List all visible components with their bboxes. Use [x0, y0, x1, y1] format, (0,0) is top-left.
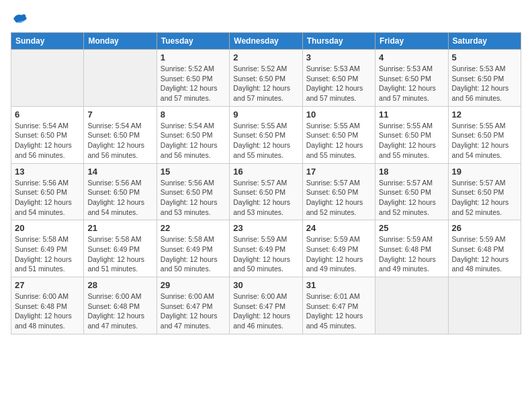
day-number: 11 — [379, 109, 444, 120]
day-info: Sunrise: 5:55 AM Sunset: 6:50 PM Dayligh… — [379, 121, 444, 161]
day-number: 25 — [379, 223, 444, 233]
day-cell: 7Sunrise: 5:54 AM Sunset: 6:50 PM Daylig… — [84, 106, 157, 163]
day-info: Sunrise: 5:58 AM Sunset: 6:49 PM Dayligh… — [161, 234, 226, 274]
day-number: 13 — [15, 167, 80, 177]
day-cell: 14Sunrise: 5:56 AM Sunset: 6:50 PM Dayli… — [84, 163, 157, 220]
day-number: 27 — [15, 280, 80, 290]
day-number: 10 — [306, 109, 371, 120]
day-info: Sunrise: 5:53 AM Sunset: 6:50 PM Dayligh… — [306, 64, 371, 103]
day-cell: 20Sunrise: 5:58 AM Sunset: 6:49 PM Dayli… — [11, 220, 84, 277]
day-number: 23 — [233, 223, 298, 233]
day-number: 4 — [379, 52, 444, 62]
day-info: Sunrise: 5:56 AM Sunset: 6:50 PM Dayligh… — [161, 178, 226, 218]
day-info: Sunrise: 5:58 AM Sunset: 6:49 PM Dayligh… — [15, 234, 80, 274]
day-info: Sunrise: 5:58 AM Sunset: 6:49 PM Dayligh… — [87, 234, 152, 274]
week-row-3: 13Sunrise: 5:56 AM Sunset: 6:50 PM Dayli… — [11, 163, 521, 220]
week-row-5: 27Sunrise: 6:00 AM Sunset: 6:48 PM Dayli… — [11, 277, 521, 334]
day-cell: 27Sunrise: 6:00 AM Sunset: 6:48 PM Dayli… — [11, 277, 84, 334]
column-header-saturday: Saturday — [448, 33, 521, 50]
week-row-4: 20Sunrise: 5:58 AM Sunset: 6:49 PM Dayli… — [11, 220, 521, 277]
day-info: Sunrise: 5:59 AM Sunset: 6:48 PM Dayligh… — [452, 234, 517, 274]
day-info: Sunrise: 5:55 AM Sunset: 6:50 PM Dayligh… — [452, 121, 517, 161]
week-row-1: 1Sunrise: 5:52 AM Sunset: 6:50 PM Daylig… — [11, 50, 521, 107]
column-header-wednesday: Wednesday — [230, 33, 302, 50]
day-number: 17 — [306, 167, 371, 177]
calendar-table: SundayMondayTuesdayWednesdayThursdayFrid… — [11, 32, 521, 334]
week-row-2: 6Sunrise: 5:54 AM Sunset: 6:50 PM Daylig… — [11, 106, 521, 163]
day-cell — [448, 277, 521, 334]
day-cell: 2Sunrise: 5:52 AM Sunset: 6:50 PM Daylig… — [230, 50, 302, 107]
day-info: Sunrise: 5:59 AM Sunset: 6:48 PM Dayligh… — [379, 234, 444, 274]
day-info: Sunrise: 5:57 AM Sunset: 6:50 PM Dayligh… — [306, 178, 371, 218]
day-number: 1 — [161, 52, 226, 62]
day-cell: 23Sunrise: 5:59 AM Sunset: 6:49 PM Dayli… — [230, 220, 302, 277]
day-info: Sunrise: 5:56 AM Sunset: 6:50 PM Dayligh… — [15, 178, 80, 218]
day-number: 22 — [161, 223, 226, 233]
day-cell — [375, 277, 448, 334]
day-number: 7 — [87, 109, 152, 120]
column-header-monday: Monday — [84, 33, 157, 50]
day-info: Sunrise: 5:54 AM Sunset: 6:50 PM Dayligh… — [87, 121, 152, 161]
day-info: Sunrise: 5:53 AM Sunset: 6:50 PM Dayligh… — [379, 64, 444, 103]
day-number: 2 — [233, 52, 298, 62]
day-info: Sunrise: 6:00 AM Sunset: 6:48 PM Dayligh… — [15, 291, 80, 331]
day-cell: 8Sunrise: 5:54 AM Sunset: 6:50 PM Daylig… — [157, 106, 229, 163]
day-cell: 4Sunrise: 5:53 AM Sunset: 6:50 PM Daylig… — [375, 50, 448, 107]
day-number: 3 — [306, 52, 371, 62]
day-info: Sunrise: 5:53 AM Sunset: 6:50 PM Dayligh… — [452, 64, 517, 103]
day-cell: 1Sunrise: 5:52 AM Sunset: 6:50 PM Daylig… — [157, 50, 229, 107]
column-header-thursday: Thursday — [302, 33, 375, 50]
day-number: 14 — [87, 167, 152, 177]
day-cell: 28Sunrise: 6:00 AM Sunset: 6:48 PM Dayli… — [84, 277, 157, 334]
day-cell: 17Sunrise: 5:57 AM Sunset: 6:50 PM Dayli… — [302, 163, 375, 220]
day-cell: 11Sunrise: 5:55 AM Sunset: 6:50 PM Dayli… — [375, 106, 448, 163]
day-cell: 21Sunrise: 5:58 AM Sunset: 6:49 PM Dayli… — [84, 220, 157, 277]
day-number: 29 — [161, 280, 226, 290]
day-info: Sunrise: 6:01 AM Sunset: 6:47 PM Dayligh… — [306, 291, 371, 331]
day-cell: 6Sunrise: 5:54 AM Sunset: 6:50 PM Daylig… — [11, 106, 84, 163]
day-cell: 15Sunrise: 5:56 AM Sunset: 6:50 PM Dayli… — [157, 163, 229, 220]
day-cell: 22Sunrise: 5:58 AM Sunset: 6:49 PM Dayli… — [157, 220, 229, 277]
column-header-sunday: Sunday — [11, 33, 84, 50]
day-cell: 31Sunrise: 6:01 AM Sunset: 6:47 PM Dayli… — [302, 277, 375, 334]
day-info: Sunrise: 5:52 AM Sunset: 6:50 PM Dayligh… — [233, 64, 298, 103]
column-header-friday: Friday — [375, 33, 448, 50]
day-number: 26 — [452, 223, 517, 233]
day-number: 28 — [87, 280, 152, 290]
day-number: 6 — [15, 109, 80, 120]
day-info: Sunrise: 5:56 AM Sunset: 6:50 PM Dayligh… — [87, 178, 152, 218]
day-info: Sunrise: 5:59 AM Sunset: 6:49 PM Dayligh… — [306, 234, 371, 274]
column-header-tuesday: Tuesday — [157, 33, 229, 50]
day-info: Sunrise: 5:52 AM Sunset: 6:50 PM Dayligh… — [161, 64, 226, 103]
day-info: Sunrise: 5:57 AM Sunset: 6:50 PM Dayligh… — [379, 178, 444, 218]
day-number: 21 — [87, 223, 152, 233]
day-cell: 5Sunrise: 5:53 AM Sunset: 6:50 PM Daylig… — [448, 50, 521, 107]
day-cell: 9Sunrise: 5:55 AM Sunset: 6:50 PM Daylig… — [230, 106, 302, 163]
day-number: 24 — [306, 223, 371, 233]
day-info: Sunrise: 6:00 AM Sunset: 6:48 PM Dayligh… — [87, 291, 152, 331]
day-number: 20 — [15, 223, 80, 233]
day-info: Sunrise: 5:57 AM Sunset: 6:50 PM Dayligh… — [452, 178, 517, 218]
day-cell — [11, 50, 84, 107]
day-number: 9 — [233, 109, 298, 120]
day-cell: 10Sunrise: 5:55 AM Sunset: 6:50 PM Dayli… — [302, 106, 375, 163]
day-cell: 13Sunrise: 5:56 AM Sunset: 6:50 PM Dayli… — [11, 163, 84, 220]
day-number: 5 — [452, 52, 517, 62]
day-info: Sunrise: 5:54 AM Sunset: 6:50 PM Dayligh… — [161, 121, 226, 161]
day-info: Sunrise: 6:00 AM Sunset: 6:47 PM Dayligh… — [233, 291, 298, 331]
day-number: 12 — [452, 109, 517, 120]
day-cell — [84, 50, 157, 107]
day-cell: 30Sunrise: 6:00 AM Sunset: 6:47 PM Dayli… — [230, 277, 302, 334]
day-info: Sunrise: 5:55 AM Sunset: 6:50 PM Dayligh… — [233, 121, 298, 161]
logo — [11, 11, 28, 27]
logo-icon — [11, 11, 27, 27]
day-cell: 18Sunrise: 5:57 AM Sunset: 6:50 PM Dayli… — [375, 163, 448, 220]
day-cell: 12Sunrise: 5:55 AM Sunset: 6:50 PM Dayli… — [448, 106, 521, 163]
day-number: 15 — [161, 167, 226, 177]
day-cell: 25Sunrise: 5:59 AM Sunset: 6:48 PM Dayli… — [375, 220, 448, 277]
day-number: 31 — [306, 280, 371, 290]
day-number: 19 — [452, 167, 517, 177]
day-cell: 29Sunrise: 6:00 AM Sunset: 6:47 PM Dayli… — [157, 277, 229, 334]
day-cell: 26Sunrise: 5:59 AM Sunset: 6:48 PM Dayli… — [448, 220, 521, 277]
day-number: 8 — [161, 109, 226, 120]
